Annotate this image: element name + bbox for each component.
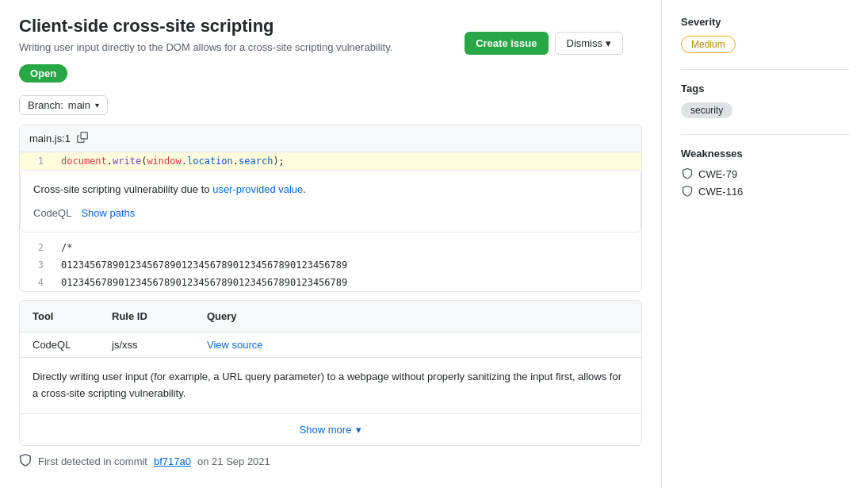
weakness-item-1: CWE-79 — [681, 167, 849, 180]
weakness-id-2: CWE-116 — [698, 186, 743, 198]
query-value[interactable]: View source — [207, 339, 629, 351]
divider — [681, 69, 849, 70]
page-title: Client-side cross-site scripting — [19, 16, 392, 37]
info-table: Tool Rule ID Query CodeQL js/xss View so… — [19, 300, 642, 446]
tag-badge: security — [681, 102, 732, 118]
show-more-button[interactable]: Show more ▾ — [20, 414, 641, 445]
issue-subtitle: Writing user input directly to the DOM a… — [19, 41, 392, 53]
tags-section: Tags security — [681, 83, 849, 118]
tags-label: Tags — [681, 83, 849, 94]
shield-icon — [681, 167, 694, 180]
branch-selector[interactable]: Branch: main ▾ — [19, 95, 108, 115]
branch-label: Branch: — [28, 99, 63, 111]
branch-value: main — [68, 99, 90, 111]
create-issue-button[interactable]: Create issue — [465, 32, 548, 55]
weakness-id-1: CWE-79 — [698, 168, 737, 180]
footer-prefix: First detected in commit — [38, 455, 147, 467]
sidebar: Severity Medium Tags security Weaknesses… — [662, 0, 868, 488]
chevron-down-icon: ▾ — [356, 424, 361, 436]
code-filename: main.js:1 — [29, 133, 71, 144]
chevron-down-icon: ▾ — [95, 101, 99, 110]
severity-section: Severity Medium — [681, 16, 849, 53]
weaknesses-label: Weaknesses — [681, 148, 849, 159]
code-line-3: 3 01234567890123456789012345678901234567… — [20, 256, 641, 274]
code-line-1: 1 document.write(window.location.search)… — [20, 152, 641, 170]
code-block: main.js:1 1 document.write(window.locati… — [19, 125, 642, 292]
severity-label: Severity — [681, 16, 849, 28]
user-provided-value-link[interactable]: user-provided value — [212, 183, 303, 195]
chevron-down-icon: ▾ — [606, 37, 611, 49]
copy-icon[interactable] — [77, 132, 88, 145]
tool-value: CodeQL — [33, 339, 112, 351]
view-source-link[interactable]: View source — [207, 339, 263, 351]
divider-2 — [681, 134, 849, 135]
alert-box: Cross-site scripting vulnerability due t… — [20, 170, 641, 232]
weakness-item-2: CWE-116 — [681, 185, 849, 198]
show-paths-link[interactable]: Show paths — [81, 206, 135, 221]
alert-text: Cross-site scripting vulnerability due t… — [33, 183, 212, 195]
footer-detected: First detected in commit bf717a0 on 21 S… — [19, 454, 642, 469]
footer-suffix: on 21 Sep 2021 — [197, 455, 270, 467]
code-line-2: 2 /* — [20, 239, 641, 256]
code-line-4: 4 01234567890123456789012345678901234567… — [20, 274, 641, 291]
rule-id-value: js/xss — [112, 339, 207, 351]
col-rule-id-header: Rule ID — [112, 310, 207, 322]
col-query-header: Query — [207, 310, 629, 322]
severity-badge: Medium — [681, 36, 736, 53]
weaknesses-section: Weaknesses CWE-79 CWE-116 — [681, 148, 849, 198]
codeql-label: CodeQL — [33, 206, 71, 221]
shield-icon — [19, 454, 32, 469]
description-box: Directly writing user input (for example… — [20, 358, 641, 414]
col-tool-header: Tool — [33, 310, 112, 322]
shield-icon — [681, 185, 694, 198]
commit-link[interactable]: bf717a0 — [154, 455, 191, 467]
dismiss-button[interactable]: Dismiss ▾ — [555, 32, 624, 55]
open-badge: Open — [19, 64, 67, 83]
